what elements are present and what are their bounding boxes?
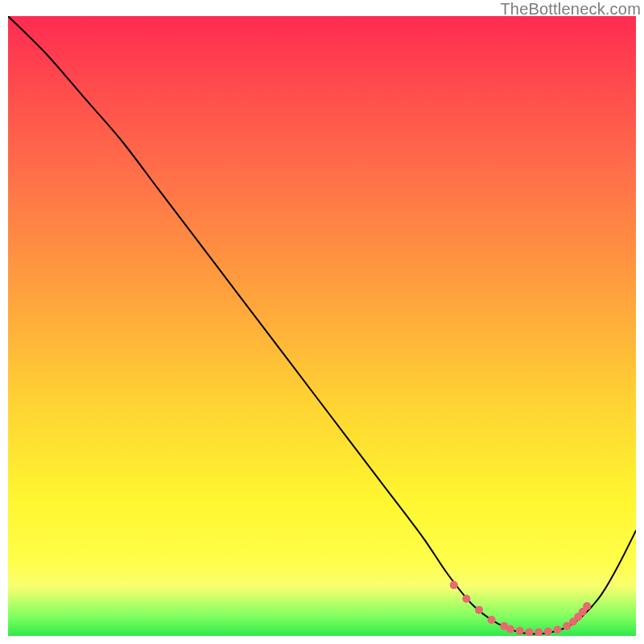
marker-dot [544, 628, 552, 636]
marker-dot [462, 595, 470, 603]
marker-dot [506, 625, 514, 634]
marker-dot [450, 581, 458, 589]
marker-dot [554, 625, 562, 634]
marker-dot [525, 628, 533, 636]
chart-svg [8, 16, 636, 636]
marker-dot [475, 606, 483, 614]
chart-container [8, 16, 636, 636]
bottleneck-curve [8, 16, 636, 634]
marker-dot [535, 628, 543, 636]
marker-dot [516, 627, 524, 635]
optimal-zone-markers [450, 581, 591, 636]
marker-dot [488, 616, 496, 624]
marker-dot [583, 602, 591, 610]
